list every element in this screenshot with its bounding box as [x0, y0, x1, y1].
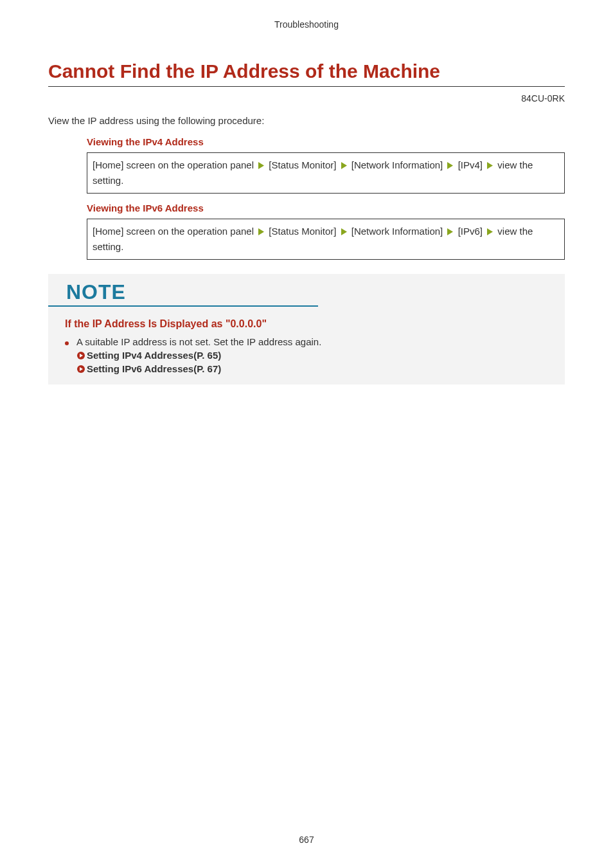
step-text: [IPv6]: [458, 226, 483, 237]
svg-marker-4: [258, 228, 264, 235]
svg-marker-0: [258, 162, 264, 169]
arrow-icon: [258, 228, 264, 235]
section-heading: Viewing the IPv4 Address: [87, 136, 565, 147]
note-box: NOTE If the IP Address Is Displayed as "…: [48, 274, 565, 384]
arrow-icon: [447, 228, 453, 235]
note-bullet-row: A suitable IP address is not set. Set th…: [48, 336, 565, 348]
note-heading: NOTE: [48, 274, 318, 307]
svg-marker-7: [487, 228, 493, 235]
svg-marker-3: [487, 162, 493, 169]
step-text: [Home] screen on the operation panel: [93, 226, 254, 237]
section-ipv6: Viewing the IPv6 Address [Home] screen o…: [87, 203, 565, 260]
page-number: 667: [0, 835, 613, 845]
intro-text: View the IP address using the following …: [48, 115, 565, 126]
step-text: [Status Monitor]: [269, 226, 336, 237]
svg-marker-1: [341, 162, 347, 169]
cross-reference-link[interactable]: Setting IPv4 Addresses(P. 65): [48, 348, 565, 362]
procedure-box: [Home] screen on the operation panel [St…: [87, 219, 565, 260]
note-body: A suitable IP address is not set. Set th…: [76, 336, 321, 347]
step-text: [Network Information]: [351, 159, 443, 170]
step-text: [Status Monitor]: [269, 159, 336, 170]
page-title: Cannot Find the IP Address of the Machin…: [48, 60, 565, 87]
arrow-icon: [487, 228, 493, 235]
step-text: [IPv4]: [458, 159, 483, 170]
svg-marker-5: [341, 228, 347, 235]
step-text: [Home] screen on the operation panel: [93, 159, 254, 170]
running-header: Troubleshooting: [48, 19, 565, 30]
page-content: Troubleshooting Cannot Find the IP Addre…: [0, 0, 613, 384]
procedure-box: [Home] screen on the operation panel [St…: [87, 152, 565, 194]
arrow-icon: [341, 228, 347, 235]
note-subheading: If the IP Address Is Displayed as "0.0.0…: [48, 307, 565, 336]
arrow-icon: [341, 162, 347, 169]
cross-reference-text: Setting IPv4 Addresses(P. 65): [87, 348, 221, 362]
link-icon: [76, 351, 85, 360]
cross-reference-text: Setting IPv6 Addresses(P. 67): [87, 362, 221, 375]
svg-marker-6: [447, 228, 453, 235]
arrow-icon: [447, 162, 453, 169]
document-id: 84CU-0RK: [48, 93, 565, 104]
link-icon: [76, 365, 85, 374]
arrow-icon: [487, 162, 493, 169]
cross-reference-link[interactable]: Setting IPv6 Addresses(P. 67): [48, 362, 565, 375]
arrow-icon: [258, 162, 264, 169]
step-text: [Network Information]: [351, 226, 443, 237]
bullet-icon: [65, 341, 69, 345]
section-heading: Viewing the IPv6 Address: [87, 203, 565, 213]
section-ipv4: Viewing the IPv4 Address [Home] screen o…: [87, 136, 565, 194]
svg-marker-2: [447, 162, 453, 169]
